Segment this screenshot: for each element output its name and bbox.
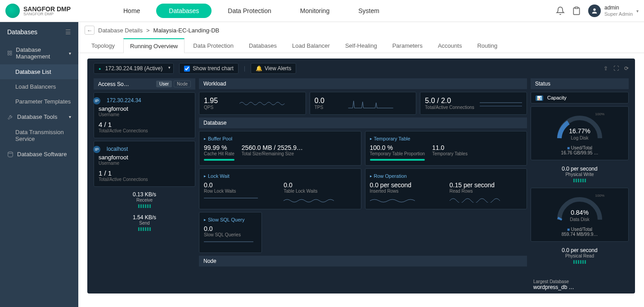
- tab-self-healing[interactable]: Self-Healing: [338, 38, 384, 53]
- sidebar-database-list[interactable]: Database List: [0, 64, 78, 79]
- log-label: Log Disk: [555, 135, 604, 140]
- phys-read-label: Physical Read: [532, 253, 627, 258]
- tab-parameters[interactable]: Parameters: [386, 38, 429, 53]
- sidebar-load-balancers[interactable]: Load Balancers: [0, 79, 78, 94]
- svg-rect-2: [8, 51, 9, 53]
- header-right: admin Super Admin ▾: [556, 5, 639, 17]
- access-card-1[interactable]: IP localhost sangforroot Username 1 / 1 …: [94, 141, 195, 187]
- export-icon[interactable]: ⇪: [603, 65, 608, 72]
- slow-sql-card: Slow SQL Query 0.0Slow SQL Queries: [199, 212, 262, 253]
- tab-running-overview[interactable]: Running Overview: [123, 38, 185, 53]
- app-header: SANGFOR DMP SANGFOR DMP Home Databases D…: [0, 0, 644, 22]
- rowop-read-val: 0.15 per second: [450, 181, 522, 189]
- conn-val: 5.0 / 2.0: [425, 97, 474, 105]
- net-send: 1.54 KB/s Send: [94, 212, 195, 233]
- tps-spark-icon: [330, 97, 411, 110]
- sidebar-parameter-templates[interactable]: Parameter Templates: [0, 94, 78, 109]
- largest-db-val: wordpress_db …: [533, 284, 626, 290]
- sidebar-db-tools[interactable]: Database Tools: [0, 109, 78, 125]
- nav-system[interactable]: System: [346, 4, 392, 18]
- qps-label: QPS: [204, 105, 218, 110]
- logo-area: SANGFOR DMP SANGFOR DMP: [5, 4, 84, 18]
- temp-table-card: Temporary Table 100.0 %Temporary Table P…: [365, 131, 527, 166]
- view-alerts-button[interactable]: 🔔 View Alerts: [251, 63, 296, 74]
- temp-prop-label: Temporary Table Proportion: [370, 151, 425, 156]
- data-label: Data Disk: [555, 217, 604, 222]
- nav-databases[interactable]: Databases: [156, 4, 212, 18]
- nav-home[interactable]: Home: [111, 4, 153, 18]
- tps-label: TPS: [315, 105, 324, 110]
- access-card-0[interactable]: IP 172.30.224.34 sangforroot Username 4 …: [94, 92, 195, 138]
- user-role: Super Admin: [604, 11, 633, 17]
- ins-spark-icon: [370, 194, 442, 203]
- tab-routing[interactable]: Routing: [470, 38, 504, 53]
- log-disk-gauge: 100% 16.77% Log Disk ■ Used/Total16.76 G…: [531, 106, 629, 160]
- slow-spark-icon: [204, 237, 257, 246]
- tab-topology[interactable]: Topology: [85, 38, 122, 53]
- filter-icon[interactable]: ☰: [65, 28, 71, 36]
- access-host-1: localhost: [107, 146, 190, 152]
- phys-read-val: 0.0 per second: [532, 247, 627, 253]
- nav-monitoring[interactable]: Monitoring: [288, 4, 342, 18]
- net-receive: 0.13 KB/s Receive: [94, 190, 195, 210]
- pill-user[interactable]: User: [156, 81, 172, 87]
- access-conn-0: 4 / 1: [99, 121, 190, 128]
- log-pct: 16.77%: [555, 127, 604, 135]
- col-access: Access So… User Node IP 172.30.224.34 sa…: [94, 78, 195, 287]
- tab-accounts[interactable]: Accounts: [431, 38, 468, 53]
- qps-spark-icon: [223, 97, 301, 110]
- back-button[interactable]: ←: [85, 26, 95, 35]
- refresh-icon[interactable]: ⟳: [624, 65, 629, 72]
- access-conn-label-1: Total/Active Connections: [99, 177, 190, 182]
- svg-rect-4: [8, 54, 9, 55]
- lock-row-val: 0.0: [204, 181, 276, 189]
- toolbar-right: ⇪ ⛶ ⟳: [603, 65, 629, 72]
- user-menu[interactable]: admin Super Admin ▾: [588, 5, 639, 17]
- tab-load-balancer[interactable]: Load Balancer: [285, 38, 337, 53]
- ip-select[interactable]: 172.30.224.198 (Active) ▾: [94, 63, 174, 74]
- clipboard-icon[interactable]: [572, 6, 581, 15]
- svg-rect-0: [575, 7, 578, 9]
- conn-label: Total/Active Connections: [425, 105, 474, 110]
- trend-checkbox[interactable]: Show trend chart: [179, 63, 239, 74]
- overview-panel: 172.30.224.198 (Active) ▾ Show trend cha…: [87, 59, 635, 293]
- qps-val: 1.95: [204, 97, 218, 105]
- net-recv-val: 0.13 KB/s: [94, 191, 195, 198]
- ip-select-value: 172.30.224.198 (Active): [105, 65, 162, 72]
- slow-label: Slow SQL Queries: [204, 232, 257, 237]
- ip-chip-icon: IP: [93, 146, 100, 153]
- sidebar-db-software[interactable]: Database Software: [0, 146, 78, 162]
- bell-icon[interactable]: [556, 6, 565, 15]
- buffer-hit-label: Cache Hit Rate: [204, 151, 234, 156]
- pill-node[interactable]: Node: [174, 81, 191, 87]
- rowop-ins-val: 0.0 per second: [370, 181, 442, 189]
- log-used-val: 16.76 GB/99.95 …: [561, 150, 599, 155]
- trend-checkbox-input[interactable]: [184, 66, 190, 72]
- temp-prop-val: 100.0 %: [370, 144, 425, 151]
- view-alerts-label: View Alerts: [265, 65, 291, 72]
- phys-write-label: Physical Write: [532, 172, 627, 177]
- fullscreen-icon[interactable]: ⛶: [613, 65, 619, 72]
- bell-icon: 🔔: [256, 65, 262, 72]
- sidebar-dts[interactable]: Data Transmission Service: [0, 125, 78, 146]
- access-conn-1: 1 / 1: [99, 169, 190, 177]
- sidebar-title-text: Databases: [7, 28, 37, 36]
- chart-icon: 📊: [536, 95, 543, 101]
- logo-icon: [5, 4, 20, 18]
- read-spark-icon: [450, 194, 522, 203]
- crumb-details[interactable]: Database Details: [98, 27, 143, 34]
- net-send-val: 1.54 KB/s: [94, 214, 195, 221]
- tab-databases[interactable]: Databases: [242, 38, 284, 53]
- nav-data-protection[interactable]: Data Protection: [215, 4, 284, 18]
- phys-read-stat: 0.0 per second Physical Read: [531, 244, 629, 266]
- temp-count-val: 11.0: [432, 144, 468, 151]
- tab-data-protection[interactable]: Data Protection: [186, 38, 240, 53]
- largest-db: Largest Database wordpress_db …: [531, 277, 629, 292]
- access-user-label-1: Username: [99, 161, 190, 166]
- grid-icon: [7, 50, 12, 56]
- sidebar-db-management[interactable]: Database Management: [0, 42, 78, 64]
- access-header: Access So… User Node: [94, 78, 195, 90]
- sidebar-software-label: Database Software: [17, 151, 67, 158]
- tps-val: 0.0: [315, 97, 324, 105]
- brand-subtitle: SANGFOR DMP: [23, 12, 71, 16]
